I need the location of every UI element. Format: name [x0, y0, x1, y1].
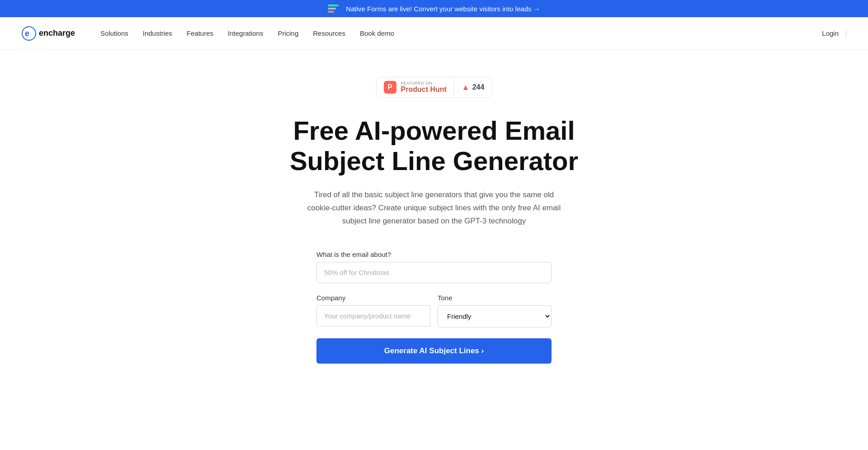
generate-button[interactable]: Generate AI Subject Lines › — [316, 338, 552, 364]
nav-item-book-demo[interactable]: Book demo — [353, 26, 401, 41]
banner-icon-lines — [328, 5, 339, 13]
ph-name: Product Hunt — [401, 85, 447, 94]
main-content: P FEATURED ON Product Hunt ▲ 244 Free AI… — [163, 50, 705, 400]
product-hunt-badge[interactable]: P FEATURED ON Product Hunt ▲ 244 — [376, 77, 492, 98]
ph-logo-icon: P — [384, 81, 396, 94]
tone-select[interactable]: Friendly Professional Funny Urgent Forma… — [438, 305, 552, 327]
ph-text-block: FEATURED ON Product Hunt — [401, 81, 447, 94]
ph-right: ▲ 244 — [454, 79, 492, 96]
banner-text[interactable]: Native Forms are live! Convert your webs… — [346, 5, 540, 13]
ph-featured-label: FEATURED ON — [401, 81, 447, 85]
tone-label: Tone — [438, 294, 552, 302]
banner-line-green — [328, 5, 339, 6]
nav-item-resources[interactable]: Resources — [306, 26, 353, 41]
company-label: Company — [316, 294, 430, 302]
nav-right: Login — [822, 29, 846, 38]
nav-links: Solutions Industries Features Integratio… — [93, 26, 822, 41]
nav-item-features[interactable]: Features — [179, 26, 221, 41]
ph-left: P FEATURED ON Product Hunt — [377, 77, 454, 97]
form-row: Company Tone Friendly Professional Funny… — [316, 294, 552, 327]
email-about-group: What is the email about? — [316, 251, 552, 283]
tone-group: Tone Friendly Professional Funny Urgent … — [438, 294, 552, 327]
ph-count: 244 — [472, 83, 485, 91]
logo[interactable]: e encharge — [22, 26, 75, 41]
company-input[interactable] — [316, 305, 430, 327]
form-container: What is the email about? Company Tone Fr… — [316, 251, 552, 364]
nav-item-pricing[interactable]: Pricing — [270, 26, 306, 41]
nav-item-industries[interactable]: Industries — [136, 26, 179, 41]
email-about-input[interactable] — [316, 262, 552, 283]
banner-line-blue — [328, 8, 336, 9]
logo-text: encharge — [39, 28, 75, 38]
nav-item-integrations[interactable]: Integrations — [221, 26, 270, 41]
login-divider — [846, 29, 846, 38]
logo-icon: e — [22, 26, 36, 41]
banner-line-orange — [328, 11, 334, 13]
nav-item-solutions[interactable]: Solutions — [93, 26, 136, 41]
top-banner: Native Forms are live! Convert your webs… — [0, 0, 868, 17]
ph-arrow-icon: ▲ — [462, 83, 470, 92]
hero-title: Free AI-powered Email Subject Line Gener… — [276, 116, 592, 176]
generate-button-label: Generate AI Subject Lines › — [384, 346, 484, 355]
login-link[interactable]: Login — [822, 29, 839, 37]
navbar: e encharge Solutions Industries Features… — [0, 17, 868, 50]
hero-subtitle: Tired of all the basic subject line gene… — [303, 189, 565, 228]
email-about-label: What is the email about? — [316, 251, 552, 258]
company-group: Company — [316, 294, 430, 327]
banner-icon — [328, 5, 339, 13]
svg-text:e: e — [25, 29, 29, 38]
